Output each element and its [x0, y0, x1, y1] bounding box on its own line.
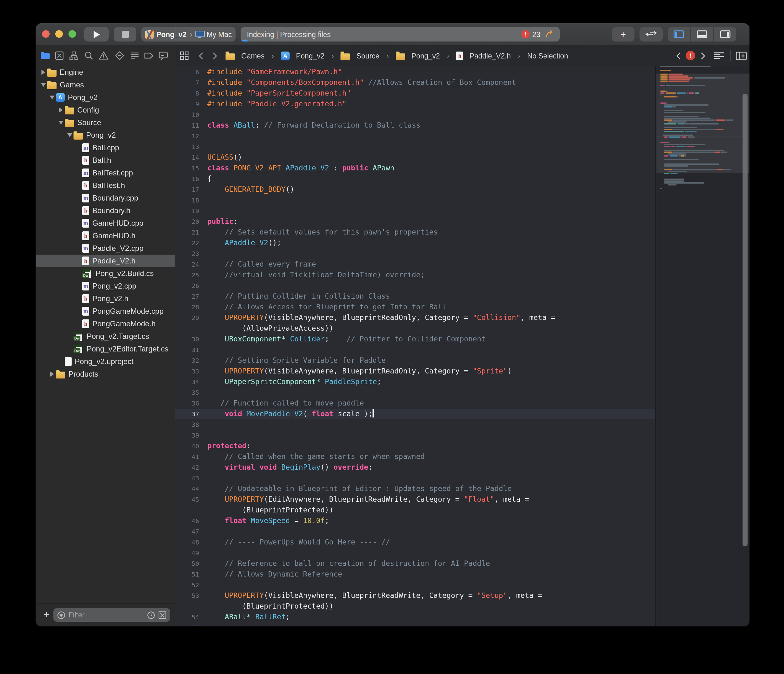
next-issue-button[interactable]: [697, 45, 709, 66]
tree-item-pong-v2-cpp[interactable]: mPong_v2.cpp: [36, 280, 175, 292]
code-line-17[interactable]: 17 GENERATED_BODY(): [175, 184, 656, 195]
editor-options-button[interactable]: [711, 45, 727, 66]
code-line-8[interactable]: 8#include "PaperSpriteComponent.h": [175, 88, 656, 99]
disclosure-triangle[interactable]: [48, 95, 56, 99]
code-line-34[interactable]: 34 UPaperSpriteComponent* PaddleSprite;: [175, 377, 656, 387]
code-line-continuation[interactable]: (BlueprintProtected)): [175, 505, 656, 516]
code-line-18[interactable]: 18: [175, 195, 656, 206]
code-line-25[interactable]: 25 //virtual void Tick(float DeltaTime) …: [175, 270, 656, 281]
recent-files-clock-icon[interactable]: [147, 611, 155, 619]
tree-item-pong-v2[interactable]: APong_v2: [36, 91, 175, 104]
tree-item-products[interactable]: Products: [36, 368, 175, 381]
code-line-41[interactable]: 41 // Called when the game starts or whe…: [175, 451, 656, 462]
code-line-26[interactable]: 26: [175, 281, 656, 291]
code-line-39[interactable]: 39: [175, 430, 656, 441]
code-line-42[interactable]: 42 virtual void BeginPlay() override;: [175, 462, 656, 473]
code-line-33[interactable]: 33 UPROPERTY(VisibleAnywhere, BlueprintR…: [175, 366, 656, 377]
code-line-continuation[interactable]: (AllowPrivateAccess)): [175, 323, 656, 334]
code-line-48[interactable]: 48 // ---- PowerUps Would Go Here ---- /…: [175, 537, 656, 548]
tree-item-paddle-v2-cpp[interactable]: mPaddle_V2.cpp: [36, 242, 175, 254]
code-line-31[interactable]: 31: [175, 345, 656, 355]
toggle-inspector-panel-button[interactable]: [713, 27, 736, 42]
code-line-49[interactable]: 49: [175, 548, 656, 558]
code-line-24[interactable]: 24 // Called every frame: [175, 259, 656, 270]
code-line-40[interactable]: 40protected:: [175, 441, 656, 451]
disclosure-triangle[interactable]: [57, 108, 65, 112]
code-line-43[interactable]: 43: [175, 473, 656, 484]
code-line-20[interactable]: 20public:: [175, 216, 656, 227]
code-line-45[interactable]: 45 UPROPERTY(EditAnywhere, BlueprintRead…: [175, 494, 656, 505]
tree-item-pong-v2-h[interactable]: hPong_v2.h: [36, 292, 175, 305]
code-line-23[interactable]: 23: [175, 248, 656, 259]
minimize-window-button[interactable]: [55, 30, 63, 38]
tree-item-pong-v2editor-target-cs[interactable]: DwPong_v2Editor.Target.cs: [36, 343, 175, 355]
disclosure-triangle[interactable]: [40, 70, 47, 75]
tree-item-gamehud-cpp[interactable]: mGameHUD.cpp: [36, 217, 175, 229]
previous-issue-button[interactable]: [673, 45, 684, 66]
tab-report-navigator[interactable]: [156, 45, 170, 66]
breadcrumb-item[interactable]: Source: [341, 51, 380, 60]
breadcrumb-item[interactable]: No Selection: [527, 52, 568, 59]
tab-find-navigator[interactable]: [82, 45, 95, 66]
scheme-selector[interactable]: Pong_v2 › My Mac: [142, 27, 236, 42]
minimap[interactable]: [656, 66, 750, 626]
tab-test-navigator[interactable]: [112, 45, 126, 66]
tree-item-engine[interactable]: Engine: [36, 66, 175, 79]
toggle-navigator-panel-button[interactable]: [668, 27, 690, 42]
disclosure-triangle[interactable]: [40, 83, 47, 87]
code-line-28[interactable]: 28 // Allows Access for Blueprint to get…: [175, 302, 656, 312]
code-line-16[interactable]: 16{: [175, 173, 656, 184]
code-line-36[interactable]: 36 // Function called to move paddle: [175, 398, 656, 409]
tab-issue-navigator[interactable]: [97, 45, 110, 66]
tree-item-pong-v2-build-cs[interactable]: DwPong_v2.Build.cs: [36, 267, 175, 280]
code-line-13[interactable]: 13: [175, 142, 656, 152]
zoom-window-button[interactable]: [68, 30, 76, 38]
code-line-6[interactable]: 6#include "GameFramework/Pawn.h": [175, 67, 656, 77]
tab-breakpoint-navigator[interactable]: [142, 45, 156, 66]
code-line-47[interactable]: 47: [175, 526, 656, 537]
code-line-10[interactable]: 10: [175, 109, 656, 120]
tree-item-ball-cpp[interactable]: mBall.cpp: [36, 142, 175, 154]
toggle-debug-panel-button[interactable]: [690, 27, 713, 42]
source-editor[interactable]: 6#include "GameFramework/Pawn.h"7#includ…: [175, 66, 656, 626]
tab-debug-navigator[interactable]: [128, 45, 142, 66]
code-line-29[interactable]: 29 UPROPERTY(VisibleAnywhere, BlueprintR…: [175, 312, 656, 323]
editor-scrollbar[interactable]: [742, 94, 748, 546]
code-line-12[interactable]: 12: [175, 131, 656, 142]
tree-item-games[interactable]: Games: [36, 79, 175, 91]
code-line-21[interactable]: 21 // Sets default values for this pawn'…: [175, 227, 656, 238]
code-line-continuation[interactable]: (BlueprintProtected)): [175, 601, 656, 612]
tree-item-ponggamemode-cpp[interactable]: mPongGameMode.cpp: [36, 305, 175, 318]
code-line-44[interactable]: 44 // Updateable in Blueprint of Editor …: [175, 484, 656, 494]
code-line-38[interactable]: 38: [175, 420, 656, 430]
code-line-55[interactable]: 55: [175, 623, 656, 626]
tree-item-pong-v2[interactable]: Pong_v2: [36, 129, 175, 142]
code-line-15[interactable]: 15class PONG_V2_API APaddle_V2 : public …: [175, 163, 656, 173]
code-line-22[interactable]: 22 APaddle_V2();: [175, 238, 656, 248]
code-line-46[interactable]: 46 float MoveSpeed = 10.0f;: [175, 516, 656, 526]
code-line-7[interactable]: 7#include "Components/BoxComponent.h" //…: [175, 77, 656, 88]
code-line-37[interactable]: 37 void MovePaddle_V2( float scale );: [175, 409, 656, 420]
code-line-30[interactable]: 30 UBoxComponent* Collider; // Pointer t…: [175, 334, 656, 345]
breadcrumb-item[interactable]: Games: [226, 51, 264, 60]
tree-item-balltest-cpp[interactable]: mBallTest.cpp: [36, 167, 175, 179]
go-back-button[interactable]: [195, 45, 207, 66]
tree-item-source[interactable]: Source: [36, 116, 175, 129]
stop-button[interactable]: [114, 27, 136, 42]
code-line-27[interactable]: 27 // Putting Collider in Collision Clas…: [175, 291, 656, 302]
tab-project-navigator[interactable]: [38, 45, 52, 66]
code-line-51[interactable]: 51 // Allows Dynamic Reference: [175, 569, 656, 580]
tab-symbol-navigator[interactable]: [67, 45, 81, 66]
breadcrumb-item[interactable]: hPaddle_V2.h: [456, 51, 511, 60]
code-line-52[interactable]: 52: [175, 580, 656, 590]
tree-item-config[interactable]: Config: [36, 104, 175, 116]
code-line-19[interactable]: 19: [175, 206, 656, 216]
add-file-button[interactable]: +: [41, 608, 52, 622]
tree-item-boundary-cpp[interactable]: mBoundary.cpp: [36, 192, 175, 204]
code-line-11[interactable]: 11class ABall; // Forward Declaration to…: [175, 120, 656, 131]
go-forward-button[interactable]: [209, 45, 221, 66]
tree-item-boundary-h[interactable]: hBoundary.h: [36, 204, 175, 217]
tree-item-pong-v2-target-cs[interactable]: DwPong_v2.Target.cs: [36, 330, 175, 343]
add-editor-button[interactable]: [733, 45, 750, 66]
library-add-button[interactable]: +: [612, 27, 635, 42]
